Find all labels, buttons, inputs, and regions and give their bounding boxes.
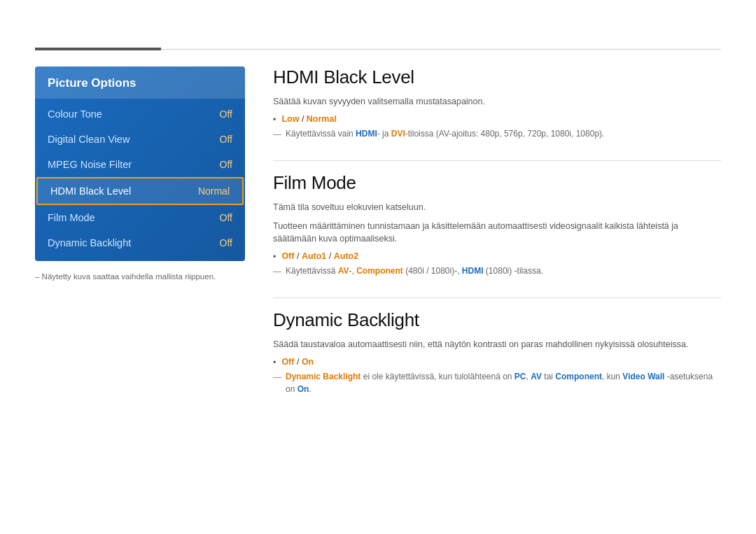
note-av-1: AV: [338, 266, 349, 276]
option-off-2: Off: [281, 357, 294, 367]
picture-options-menu: Picture Options Colour ToneOffDigital Cl…: [35, 66, 245, 261]
dynamic-backlight-note: — Dynamic Backlight ei ole käytettävissä…: [273, 370, 721, 395]
option-low: Low: [281, 114, 299, 124]
note-on-value: On: [298, 384, 309, 394]
menu-item-value: Off: [220, 212, 232, 223]
section-dynamic-backlight: Dynamic Backlight Säädä taustavaloa auto…: [273, 309, 721, 395]
option-auto1: Auto1: [302, 251, 326, 261]
film-mode-title: Film Mode: [273, 172, 721, 194]
bullet-dot: •: [273, 115, 276, 125]
hdmi-black-level-options: Low / Normal: [281, 114, 337, 124]
line-dark: [35, 48, 161, 50]
divider-1: [273, 160, 721, 161]
right-content: HDMI Black Level Säätää kuvan syvyyden v…: [273, 66, 721, 415]
menu-item-hdmi-black-level[interactable]: HDMI Black LevelNormal: [36, 177, 244, 205]
divider-2: [273, 297, 721, 298]
section-hdmi-black-level: HDMI Black Level Säätää kuvan syvyyden v…: [273, 66, 721, 141]
menu-item-colour-tone[interactable]: Colour ToneOff: [35, 101, 245, 127]
menu-item-label: Digital Clean View: [48, 134, 130, 145]
top-decorative-lines: [35, 48, 721, 50]
dynamic-backlight-desc: Säädä taustavaloa automaattisesti niin, …: [273, 338, 721, 351]
note-dynamic-backlight: Dynamic Backlight: [286, 372, 360, 381]
note-pc: PC: [514, 372, 526, 381]
dynamic-backlight-bullet: • Off / On: [273, 357, 721, 367]
film-mode-bullet: • Off / Auto1 / Auto2: [273, 251, 721, 262]
hdmi-black-level-note: — Käytettävissä vain HDMI- ja DVI-tilois…: [273, 127, 721, 141]
note-dvi: DVI: [391, 129, 405, 139]
dynamic-backlight-options: Off / On: [281, 357, 314, 367]
note-videowall: Video Wall: [622, 372, 664, 381]
note-component-1: Component: [356, 266, 403, 276]
footnote: – Näytetty kuva saattaa vaihdella mallis…: [35, 272, 245, 281]
menu-item-film-mode[interactable]: Film ModeOff: [35, 205, 245, 230]
note-av-2: AV: [531, 372, 542, 381]
menu-item-value: Off: [220, 108, 232, 120]
option-off: Off: [281, 251, 294, 261]
option-normal: Normal: [307, 114, 337, 124]
bullet-dot-3: •: [273, 358, 276, 367]
film-mode-note: — Käytettävissä AV-, Component (480i / 1…: [273, 265, 721, 278]
hdmi-black-level-title: HDMI Black Level: [273, 66, 721, 88]
menu-item-mpeg-noise-filter[interactable]: MPEG Noise FilterOff: [35, 152, 245, 177]
menu-item-label: Dynamic Backlight: [48, 237, 131, 248]
menu-item-label: Film Mode: [48, 212, 95, 223]
note-component-2: Component: [555, 372, 602, 381]
menu-item-digital-clean-view[interactable]: Digital Clean ViewOff: [35, 127, 245, 152]
menu-item-label: MPEG Noise Filter: [48, 159, 132, 170]
menu-item-value: Normal: [198, 185, 230, 197]
menu-item-label: Colour Tone: [48, 108, 102, 120]
option-on: On: [302, 357, 314, 367]
option-auto2: Auto2: [334, 251, 358, 261]
menu-item-label: HDMI Black Level: [50, 185, 131, 197]
menu-item-dynamic-backlight[interactable]: Dynamic BacklightOff: [35, 230, 245, 255]
note-hdmi-2: HDMI: [462, 266, 484, 276]
menu-item-value: Off: [220, 237, 232, 248]
note-hdmi: HDMI: [356, 129, 377, 139]
dynamic-backlight-title: Dynamic Backlight: [273, 309, 721, 331]
bullet-dot-2: •: [273, 252, 276, 262]
left-panel: Picture Options Colour ToneOffDigital Cl…: [35, 66, 245, 281]
hdmi-black-level-bullet: • Low / Normal: [273, 114, 721, 125]
section-film-mode: Film Mode Tämä tila soveltuu elokuvien k…: [273, 172, 721, 278]
film-mode-options: Off / Auto1 / Auto2: [281, 251, 358, 261]
menu-title: Picture Options: [35, 66, 245, 99]
hdmi-black-level-desc: Säätää kuvan syvyyden valitsemalla musta…: [273, 95, 721, 108]
film-mode-desc2: Tuotteen määrittäminen tunnistamaan ja k…: [273, 220, 721, 246]
line-light: [161, 49, 721, 50]
menu-item-value: Off: [220, 134, 232, 145]
menu-items: Colour ToneOffDigital Clean ViewOffMPEG …: [35, 99, 245, 261]
film-mode-desc1: Tämä tila soveltuu elokuvien katseluun.: [273, 201, 721, 214]
menu-item-value: Off: [220, 159, 232, 170]
